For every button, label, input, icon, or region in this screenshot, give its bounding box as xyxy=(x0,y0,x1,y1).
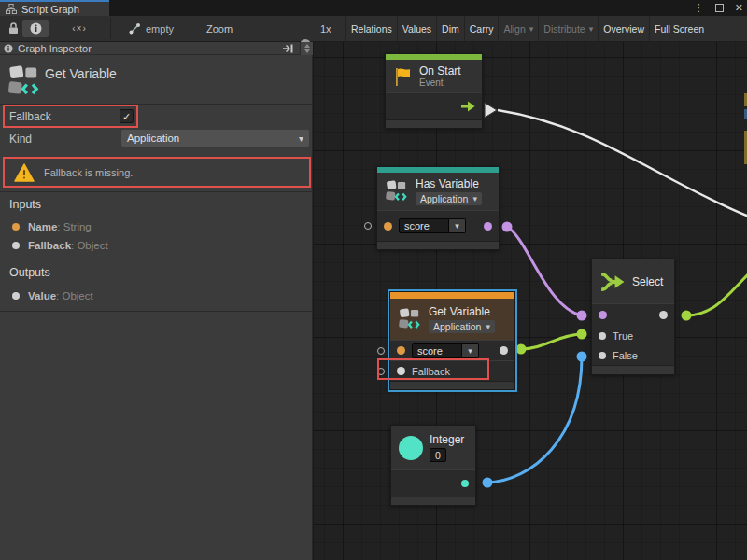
condition-input-port[interactable] xyxy=(599,311,607,319)
name-input-port[interactable] xyxy=(397,346,405,355)
code-view-icon[interactable]: ‹×› xyxy=(65,16,93,41)
object-port-dot xyxy=(12,292,20,300)
integer-type-icon xyxy=(399,436,423,460)
chevron-down-icon xyxy=(299,133,303,144)
zoom-label: Zoom xyxy=(206,16,233,41)
false-port-label: False xyxy=(613,350,638,361)
variable-name-dropdown[interactable] xyxy=(462,343,479,358)
selection-label: empty xyxy=(146,23,174,35)
graph-inspector-panel: Graph Inspector Get Variable Fallback Ki… xyxy=(0,42,313,560)
kind-dropdown-value: Application xyxy=(127,133,179,144)
tab-script-graph[interactable]: Script Graph xyxy=(0,0,109,16)
fallback-port-label: Fallback xyxy=(412,366,450,377)
distribute-dropdown-button[interactable]: Distribute xyxy=(538,16,598,41)
variable-icon xyxy=(398,307,422,331)
flow-arrow-icon[interactable] xyxy=(460,101,475,112)
relations-button[interactable]: Relations xyxy=(345,16,397,41)
node-title: On Start xyxy=(419,64,461,77)
integer-output-port[interactable] xyxy=(461,480,469,487)
port-name: Value xyxy=(28,290,56,301)
port-name: Fallback xyxy=(28,240,71,251)
popout-icon[interactable] xyxy=(282,44,294,53)
selection-output-port[interactable] xyxy=(659,311,668,319)
kind-dropdown[interactable]: Application xyxy=(121,130,309,147)
warning-message: Fallback is missing. xyxy=(44,167,133,178)
fallback-field-label: Fallback xyxy=(9,110,51,123)
node-has-variable[interactable]: Has Variable Application score xyxy=(376,166,500,250)
close-icon[interactable] xyxy=(735,3,743,13)
align-dropdown-button[interactable]: Align xyxy=(498,16,538,41)
window-titlebar: Script Graph xyxy=(0,0,747,16)
graph-hierarchy-icon xyxy=(6,4,17,14)
true-port-label: True xyxy=(613,330,633,342)
lock-icon[interactable] xyxy=(7,16,20,41)
values-button[interactable]: Values xyxy=(397,16,436,41)
unconnected-port-ring[interactable] xyxy=(364,222,372,230)
name-input-port[interactable] xyxy=(384,222,392,231)
port-type: : String xyxy=(57,221,91,232)
port-type: : Object xyxy=(71,240,108,251)
flag-icon xyxy=(393,66,413,87)
unconnected-port-ring[interactable] xyxy=(377,368,385,375)
variable-icon xyxy=(7,63,41,100)
graph-canvas[interactable] xyxy=(314,42,747,560)
select-merge-icon xyxy=(599,271,626,293)
scroll-up-icon[interactable] xyxy=(304,44,310,48)
info-toggle-button[interactable] xyxy=(22,20,49,37)
overview-button[interactable]: Overview xyxy=(598,16,649,41)
info-icon xyxy=(30,22,42,35)
node-title: Select xyxy=(632,275,663,288)
script-graph-window: Script Graph ‹×› xyxy=(0,0,747,560)
integer-value-field[interactable]: 0 xyxy=(430,448,446,462)
node-integer[interactable]: Integer 0 xyxy=(390,425,476,506)
maximize-icon[interactable] xyxy=(715,4,724,12)
node-title: Get Variable xyxy=(429,305,495,318)
variable-name-field[interactable]: score xyxy=(412,343,462,358)
object-port-dot xyxy=(12,242,20,249)
tab-title: Script Graph xyxy=(21,4,79,15)
fallback-input-port[interactable] xyxy=(397,367,405,375)
inspected-node-header: Get Variable xyxy=(0,56,313,105)
inspected-node-title: Get Variable xyxy=(45,66,117,81)
kind-chip-dropdown[interactable]: Application xyxy=(416,192,482,205)
input-port-row: Fallback: Object xyxy=(12,240,108,251)
toolbar-buttons: Relations Values Dim Carry Align Distrib… xyxy=(345,16,747,41)
panel-title: Graph Inspector xyxy=(18,43,92,54)
variable-name-field[interactable]: score xyxy=(399,218,449,233)
selection-indicator: empty xyxy=(129,16,174,41)
string-port-dot xyxy=(12,223,20,231)
scroll-down-icon[interactable] xyxy=(304,49,310,53)
port-name: Name xyxy=(28,221,57,232)
variable-icon xyxy=(385,179,409,203)
fallback-checkbox[interactable] xyxy=(120,109,134,123)
kebab-menu-icon[interactable] xyxy=(694,3,704,13)
node-get-variable[interactable]: Get Variable Application score Fallback xyxy=(389,291,515,390)
variable-name-dropdown[interactable] xyxy=(449,218,466,233)
fullscreen-button[interactable]: Full Screen xyxy=(649,16,709,41)
unconnected-port-ring[interactable] xyxy=(377,347,385,355)
node-select[interactable]: Select True False xyxy=(591,259,675,375)
connection-pointer-icon xyxy=(129,22,141,35)
node-on-start[interactable]: On Start Event xyxy=(385,53,483,129)
true-input-port[interactable] xyxy=(599,332,606,340)
port-type: : Object xyxy=(56,290,93,301)
node-title: Integer xyxy=(430,433,464,446)
value-output-port[interactable] xyxy=(500,346,508,355)
info-icon xyxy=(4,44,13,53)
false-input-port[interactable] xyxy=(599,352,606,359)
inputs-section-title: Inputs xyxy=(9,198,41,211)
carry-button[interactable]: Carry xyxy=(464,16,499,41)
node-title: Has Variable xyxy=(416,177,482,190)
input-port-row: Name: String xyxy=(12,221,92,232)
panel-scroll-arrows[interactable] xyxy=(300,42,313,55)
kind-chip-dropdown[interactable]: Application xyxy=(429,320,495,333)
output-port-row: Value: Object xyxy=(12,290,93,301)
graph-inspector-header: Graph Inspector xyxy=(0,42,313,55)
zoom-value: 1x xyxy=(320,16,331,41)
dim-button[interactable]: Dim xyxy=(436,16,464,41)
graph-toolbar: ‹×› empty Zoom 1x Relations Values Dim C… xyxy=(0,16,747,42)
node-subtitle: Event xyxy=(419,77,461,88)
outputs-section-title: Outputs xyxy=(9,266,50,279)
kind-field-label: Kind xyxy=(9,133,32,146)
bool-output-port[interactable] xyxy=(484,222,492,231)
